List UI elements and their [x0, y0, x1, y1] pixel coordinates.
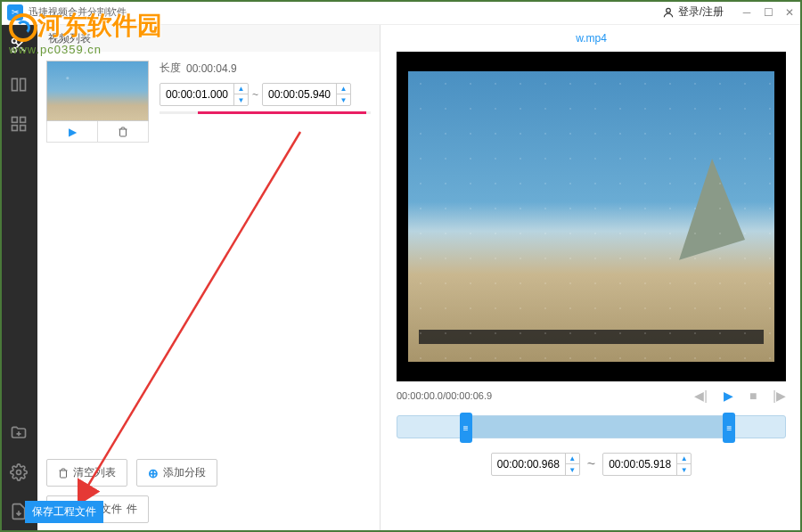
maximize-button[interactable]: ☐	[763, 7, 773, 18]
add-segment-button[interactable]: ⊕ 添加分段	[136, 459, 217, 487]
trash-icon	[58, 468, 69, 479]
thumb-delete-button[interactable]	[98, 121, 148, 142]
folder-plus-icon	[10, 424, 28, 442]
settings-icon	[10, 463, 28, 481]
range-start-input[interactable]: ▲▼	[491, 453, 580, 476]
scissors-icon	[10, 37, 28, 54]
chevron-down-icon[interactable]: ▼	[234, 94, 248, 105]
svg-point-2	[12, 48, 17, 53]
svg-point-1	[12, 39, 17, 44]
chevron-up-icon[interactable]: ▲	[337, 84, 350, 94]
columns-icon	[10, 76, 28, 94]
duration-value: 00:00:04.9	[186, 62, 237, 75]
app-logo-icon: ✂	[7, 4, 23, 20]
chevron-down-icon[interactable]: ▼	[677, 464, 691, 475]
sidebar-grid-tool[interactable]	[7, 112, 30, 135]
svg-point-0	[666, 8, 670, 12]
item-start-time-input[interactable]: ▲▼	[160, 83, 249, 106]
range-end-input[interactable]: ▲▼	[602, 453, 692, 476]
close-button[interactable]: ✕	[784, 7, 795, 18]
video-thumbnail[interactable]	[46, 61, 149, 121]
next-frame-button[interactable]: |▶	[773, 389, 786, 403]
svg-rect-6	[20, 118, 26, 123]
clear-list-button[interactable]: 清空列表	[46, 459, 127, 487]
chevron-up-icon[interactable]: ▲	[234, 84, 248, 94]
plus-icon: ⊕	[148, 466, 159, 480]
svg-point-9	[17, 471, 21, 475]
app-title: 迅捷视频合并分割软件	[29, 5, 127, 19]
chevron-down-icon[interactable]: ▼	[337, 94, 350, 105]
grid-icon	[10, 115, 28, 133]
sidebar-split-tool[interactable]	[7, 73, 30, 96]
login-register-link[interactable]: 登录/注册	[662, 4, 724, 20]
sidebar-add-folder[interactable]	[7, 422, 30, 445]
timeline-slider[interactable]	[397, 415, 786, 438]
titlebar: ✂ 迅捷视频合并分割软件 登录/注册 ─ ☐ ✕	[0, 0, 802, 25]
video-preview[interactable]	[397, 52, 786, 381]
video-list-header: 视频列表	[37, 25, 380, 52]
window-controls: ─ ☐ ✕	[741, 7, 795, 18]
svg-rect-8	[20, 126, 26, 131]
chevron-up-icon[interactable]: ▲	[677, 454, 691, 464]
video-list-item: ▶ 长度 00:00:04.9 ▲▼	[46, 61, 371, 143]
svg-rect-5	[12, 118, 18, 123]
item-range-bar	[160, 111, 371, 114]
chevron-up-icon[interactable]: ▲	[566, 454, 579, 464]
minimize-button[interactable]: ─	[741, 7, 752, 18]
prev-frame-button[interactable]: ◀|	[694, 389, 708, 403]
playback-time: 00:00:00.0/00:00:06.9	[397, 390, 492, 401]
chevron-down-icon[interactable]: ▼	[566, 464, 579, 475]
sidebar	[0, 25, 37, 532]
timeline-start-handle[interactable]	[460, 413, 472, 443]
duration-label: 长度	[160, 61, 186, 76]
svg-rect-7	[12, 126, 18, 131]
left-panel: 视频列表 ▶ 长度 00:00:04.9	[37, 25, 381, 532]
play-button[interactable]: ▶	[724, 389, 733, 403]
preview-frame	[408, 71, 774, 362]
sidebar-settings[interactable]	[7, 461, 30, 484]
item-end-time-input[interactable]: ▲▼	[262, 83, 351, 106]
svg-rect-3	[12, 78, 18, 90]
stop-button[interactable]: ■	[749, 389, 757, 403]
timeline-end-handle[interactable]	[723, 413, 735, 443]
thumb-play-button[interactable]: ▶	[47, 121, 98, 142]
save-project-tooltip: 保存工程文件	[25, 501, 103, 523]
video-list: ▶ 长度 00:00:04.9 ▲▼	[37, 52, 380, 450]
sidebar-cut-tool[interactable]	[7, 34, 30, 57]
right-panel: w.mp4 00:00:00.0/00:00:06.9 ◀| ▶ ■ |▶	[381, 25, 802, 532]
preview-taskbar	[419, 330, 763, 344]
user-icon	[662, 6, 675, 19]
preview-filename: w.mp4	[381, 25, 802, 52]
trash-icon	[118, 127, 128, 137]
svg-rect-4	[20, 78, 26, 90]
